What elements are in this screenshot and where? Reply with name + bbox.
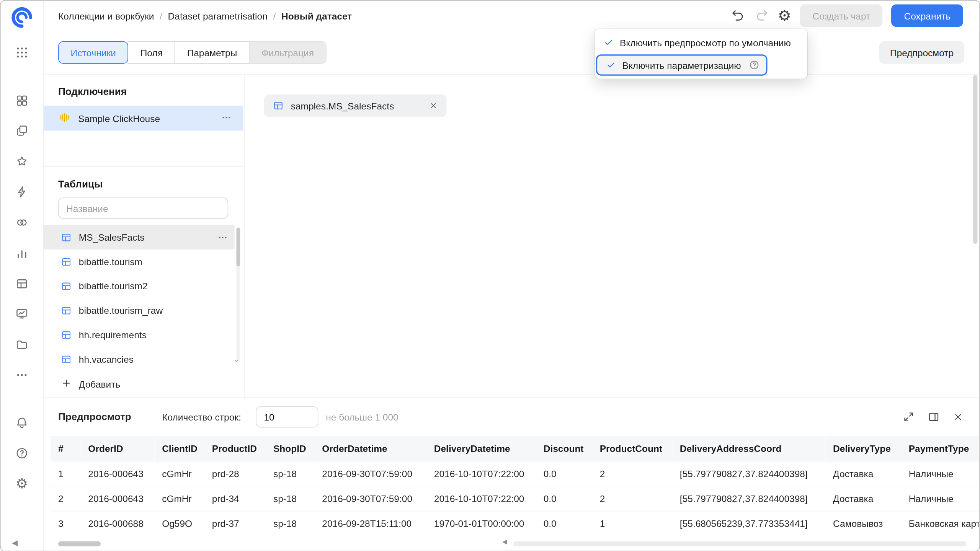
tab-parameters[interactable]: Параметры: [175, 41, 250, 64]
table-list-item[interactable]: MS_SalesFacts: [43, 225, 235, 249]
table-menu-icon[interactable]: [217, 231, 228, 243]
rail-lightning[interactable]: [10, 179, 34, 204]
rail-grid-collections[interactable]: [10, 88, 34, 113]
column-header: DeliveryDatetime: [426, 436, 536, 461]
rail-apps-grid[interactable]: [10, 40, 34, 65]
check-icon: [606, 60, 616, 70]
table-cell: 3: [51, 511, 80, 536]
menu-item-parametrization[interactable]: Включить параметризацию: [596, 54, 767, 76]
check-icon: [604, 37, 614, 47]
table-cell: 0.0: [536, 511, 592, 536]
table-name: bibattle.tourism2: [79, 281, 148, 292]
header-actions: ⚙ Создать чарт Сохранить: [730, 1, 963, 31]
row-count-input[interactable]: [256, 406, 318, 428]
table-cell: 2016-000643: [81, 486, 155, 511]
table-list-item[interactable]: bibattle.tourism: [43, 249, 235, 274]
table-cells-icon: [60, 354, 72, 365]
page-scrollbar[interactable]: [973, 75, 977, 535]
rail-question-circle[interactable]: [10, 441, 34, 466]
monitor-chart-icon: [15, 307, 29, 321]
table-cell: Доставка: [825, 486, 901, 511]
menu-item-default-preview[interactable]: Включить предпросмотр по умолчанию: [595, 31, 807, 54]
table-cell: cGmHr: [155, 486, 205, 511]
gear-icon: ⚙: [16, 477, 28, 491]
circles-pair-icon: [15, 216, 29, 230]
redo-icon[interactable]: [754, 8, 769, 23]
table-list-item[interactable]: bibattle.tourism2: [43, 274, 235, 298]
rail-workbooks[interactable]: [10, 118, 34, 143]
preview-table: #OrderIDClientIDProductIDShopIDOrderDate…: [51, 436, 978, 536]
rail-more-dots[interactable]: [10, 363, 34, 388]
apps-grid-icon: [15, 46, 29, 59]
table-cell: 2016-000688: [81, 511, 155, 536]
breadcrumb-item[interactable]: Dataset parametrisation: [168, 10, 268, 21]
table-hscroll-track[interactable]: [513, 541, 966, 546]
table-list-item[interactable]: hh.requirements: [43, 323, 235, 347]
rail-bar-chart[interactable]: [10, 241, 34, 266]
column-header: Discount: [536, 436, 592, 461]
expand-icon[interactable]: [902, 411, 915, 423]
help-icon[interactable]: [748, 59, 760, 70]
scrollbar-thumb[interactable]: [237, 228, 240, 266]
rail-folder[interactable]: [10, 332, 34, 357]
preview-button[interactable]: Предпросмотр: [879, 41, 964, 64]
column-header: OrderID: [81, 436, 155, 461]
breadcrumb-separator: /: [160, 10, 162, 21]
table-cell: sp-18: [266, 461, 314, 486]
table-cell: 2016-09-30T07:59:00: [315, 486, 426, 511]
breadcrumb-item[interactable]: Коллекции и воркбуки: [58, 10, 154, 21]
chevron-down-icon[interactable]: [231, 356, 241, 368]
rail-circles-pair[interactable]: [10, 210, 34, 235]
add-table-button[interactable]: Добавить: [43, 371, 218, 396]
question-circle-icon: [15, 446, 29, 460]
table-cell: 2016-09-30T07:59:00: [315, 461, 426, 486]
rail-gear[interactable]: ⚙: [10, 471, 34, 496]
table-cell: 2: [51, 486, 80, 511]
collapse-rail-icon[interactable]: ◀: [12, 536, 18, 547]
connections-title: Подключения: [58, 84, 127, 100]
table-cell: 2: [592, 461, 672, 486]
rail-monitor-chart[interactable]: [10, 301, 34, 326]
table-name: hh.vacancies: [79, 354, 134, 365]
page-scrollbar-thumb[interactable]: [973, 75, 977, 244]
table-cell: [55.797790827,37.824400398]: [672, 486, 825, 511]
menu-item-label: Включить параметризацию: [622, 60, 741, 70]
divider: [43, 166, 243, 167]
panel-hscroll-thumb[interactable]: [58, 541, 101, 546]
settings-gear-icon[interactable]: ⚙: [778, 8, 791, 23]
source-chip[interactable]: samples.MS_SalesFacts: [264, 95, 446, 117]
table-cell: 1: [51, 461, 80, 486]
table-list-item[interactable]: bibattle.tourism_raw: [43, 298, 235, 323]
redo-icon: [754, 8, 769, 23]
connection-item[interactable]: Sample ClickHouse: [43, 106, 243, 130]
table-search-input[interactable]: [58, 197, 228, 219]
close-preview-icon[interactable]: [952, 411, 964, 422]
column-header: PaymentType: [901, 436, 979, 461]
create-chart-button[interactable]: Создать чарт: [800, 4, 883, 27]
rail-table-cells[interactable]: [10, 271, 34, 296]
rail-star-favorites[interactable]: [10, 149, 34, 174]
save-button[interactable]: Сохранить: [892, 4, 963, 27]
datalens-logo[interactable]: [10, 5, 34, 30]
close-icon[interactable]: [429, 101, 438, 110]
settings-menu: Включить предпросмотр по умолчаниюВключи…: [595, 29, 807, 79]
table-cell: 2016-10-10T07:22:00: [426, 486, 536, 511]
connection-menu-icon[interactable]: [221, 112, 232, 125]
add-table-label: Добавить: [79, 378, 120, 389]
undo-icon[interactable]: [730, 8, 745, 23]
column-header: #: [51, 436, 80, 461]
tab-sources[interactable]: Источники: [58, 41, 129, 64]
rail-bell[interactable]: [10, 410, 34, 435]
tab-fields[interactable]: Поля: [128, 41, 175, 64]
tables-scrollbar[interactable]: [237, 228, 240, 360]
scroll-left-icon[interactable]: ◀: [502, 538, 507, 545]
table-cell: Наличные: [901, 461, 979, 486]
row-count-label: Количество строк:: [162, 412, 241, 422]
dataset-tabs: ИсточникиПоляПараметрыФильтрация: [58, 41, 327, 64]
table-list-item[interactable]: hh.vacancies: [43, 347, 235, 372]
panel-right-icon: [928, 411, 940, 423]
split-panel-icon[interactable]: [928, 411, 940, 423]
tab-filtration[interactable]: Фильтрация: [249, 41, 326, 64]
more-dots-icon: [15, 368, 29, 382]
table-row: 12016-000643cGmHrprd-28sp-182016-09-30T0…: [51, 461, 978, 486]
